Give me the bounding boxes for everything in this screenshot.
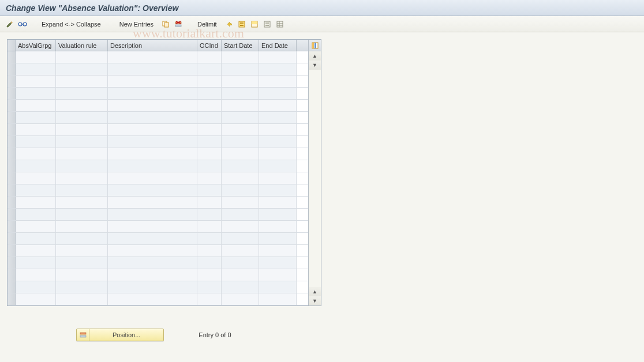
cell-absvalgrpg[interactable] (16, 233, 56, 244)
cell-start-date[interactable] (222, 257, 259, 269)
cell-description[interactable] (108, 197, 197, 208)
cell-end-date[interactable] (259, 233, 297, 244)
col-header-description[interactable]: Description (108, 40, 197, 51)
cell-end-date[interactable] (259, 100, 297, 111)
cell-absvalgrpg[interactable] (16, 172, 56, 184)
cell-absvalgrpg[interactable] (16, 112, 56, 123)
cell-valuation-rule[interactable] (56, 63, 108, 75)
col-header-start-date[interactable]: Start Date (222, 40, 259, 51)
cell-ocind[interactable] (197, 76, 222, 87)
cell-end-date[interactable] (259, 51, 297, 63)
cell-absvalgrpg[interactable] (16, 197, 56, 208)
select-all-icon[interactable] (237, 19, 247, 29)
cell-description[interactable] (108, 233, 197, 244)
cell-start-date[interactable] (222, 88, 259, 99)
cell-end-date[interactable] (259, 76, 297, 87)
cell-description[interactable] (108, 76, 197, 87)
cell-ocind[interactable] (197, 221, 222, 232)
cell-ocind[interactable] (197, 184, 222, 196)
cell-ocind[interactable] (197, 51, 222, 63)
cell-absvalgrpg[interactable] (16, 209, 56, 220)
table-row[interactable] (8, 257, 308, 269)
row-selector[interactable] (8, 136, 16, 148)
scroll-down-bottom-button[interactable]: ▼ (309, 296, 321, 306)
cell-start-date[interactable] (222, 124, 259, 135)
table-row[interactable] (8, 88, 308, 100)
cell-start-date[interactable] (222, 197, 259, 208)
cell-absvalgrpg[interactable] (16, 136, 56, 148)
cell-description[interactable] (108, 88, 197, 99)
cell-absvalgrpg[interactable] (16, 293, 56, 305)
row-selector[interactable] (8, 209, 16, 220)
cell-end-date[interactable] (259, 221, 297, 232)
cell-start-date[interactable] (222, 51, 259, 63)
cell-end-date[interactable] (259, 209, 297, 220)
cell-absvalgrpg[interactable] (16, 257, 56, 269)
cell-absvalgrpg[interactable] (16, 160, 56, 172)
row-selector[interactable] (8, 257, 16, 269)
cell-absvalgrpg[interactable] (16, 51, 56, 63)
table-row[interactable] (8, 124, 308, 136)
cell-valuation-rule[interactable] (56, 160, 108, 172)
cell-valuation-rule[interactable] (56, 221, 108, 232)
cell-ocind[interactable] (197, 148, 222, 160)
row-selector[interactable] (8, 160, 16, 172)
row-selector[interactable] (8, 112, 16, 123)
select-block-icon[interactable] (249, 19, 260, 29)
cell-end-date[interactable] (259, 148, 297, 160)
scroll-down-button[interactable]: ▼ (309, 61, 321, 70)
cell-valuation-rule[interactable] (56, 197, 108, 208)
table-row[interactable] (8, 100, 308, 112)
cell-start-date[interactable] (222, 148, 259, 160)
row-selector[interactable] (8, 184, 16, 196)
cell-description[interactable] (108, 100, 197, 111)
scroll-up-button[interactable]: ▲ (309, 51, 321, 61)
cell-valuation-rule[interactable] (56, 233, 108, 244)
row-selector[interactable] (8, 76, 16, 87)
row-selector[interactable] (8, 51, 16, 63)
cell-start-date[interactable] (222, 281, 259, 293)
cell-valuation-rule[interactable] (56, 112, 108, 123)
cell-start-date[interactable] (222, 233, 259, 244)
cell-end-date[interactable] (259, 112, 297, 123)
cell-start-date[interactable] (222, 221, 259, 232)
cell-start-date[interactable] (222, 293, 259, 305)
cell-valuation-rule[interactable] (56, 245, 108, 257)
cell-start-date[interactable] (222, 160, 259, 172)
cell-description[interactable] (108, 293, 197, 305)
cell-absvalgrpg[interactable] (16, 100, 56, 111)
cell-valuation-rule[interactable] (56, 269, 108, 281)
cell-start-date[interactable] (222, 63, 259, 75)
row-selector[interactable] (8, 197, 16, 208)
cell-ocind[interactable] (197, 172, 222, 184)
column-config-icon[interactable] (309, 40, 321, 51)
cell-description[interactable] (108, 184, 197, 196)
cell-end-date[interactable] (259, 257, 297, 269)
cell-description[interactable] (108, 136, 197, 148)
cell-ocind[interactable] (197, 281, 222, 293)
cell-start-date[interactable] (222, 76, 259, 87)
scroll-up-bottom-button[interactable]: ▲ (309, 287, 321, 296)
row-selector[interactable] (8, 88, 16, 99)
cell-valuation-rule[interactable] (56, 257, 108, 269)
cell-description[interactable] (108, 51, 197, 63)
position-button[interactable]: Position... (76, 329, 164, 341)
table-row[interactable] (8, 233, 308, 245)
table-row[interactable] (8, 63, 308, 76)
cell-end-date[interactable] (259, 63, 297, 75)
cell-end-date[interactable] (259, 88, 297, 99)
cell-valuation-rule[interactable] (56, 148, 108, 160)
table-config-icon[interactable] (275, 19, 285, 29)
cell-ocind[interactable] (197, 63, 222, 75)
cell-ocind[interactable] (197, 136, 222, 148)
cell-ocind[interactable] (197, 293, 222, 305)
cell-ocind[interactable] (197, 245, 222, 257)
table-row[interactable] (8, 136, 308, 148)
row-selector[interactable] (8, 245, 16, 257)
cell-absvalgrpg[interactable] (16, 63, 56, 75)
table-row[interactable] (8, 281, 308, 293)
cell-ocind[interactable] (197, 197, 222, 208)
cell-description[interactable] (108, 172, 197, 184)
scroll-track[interactable] (309, 70, 321, 287)
copy-icon[interactable] (160, 19, 171, 29)
